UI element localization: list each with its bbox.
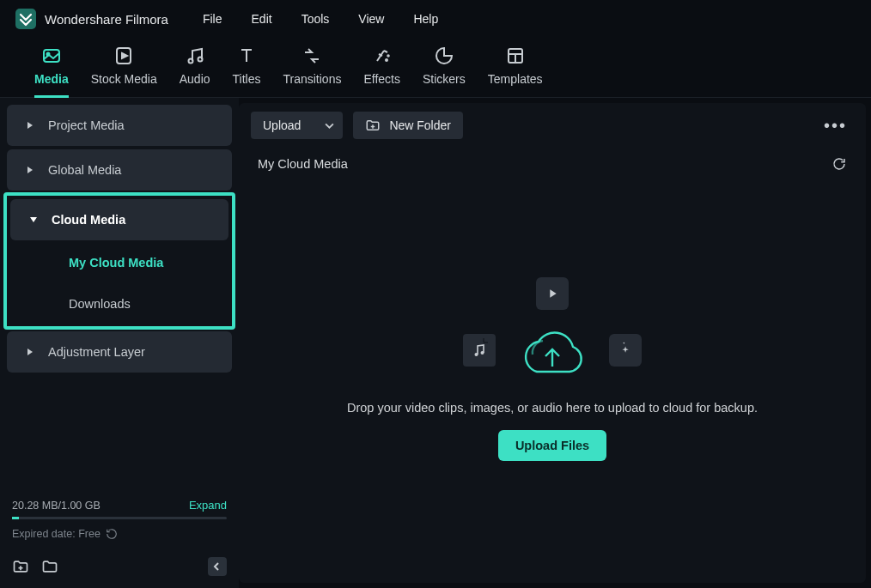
sidebar-label-global-media: Global Media xyxy=(48,163,121,177)
tab-stock-label: Stock Media xyxy=(91,72,157,86)
tab-templates[interactable]: Templates xyxy=(488,45,543,97)
svg-point-6 xyxy=(386,59,387,61)
chevron-down-icon xyxy=(325,121,334,130)
tab-stickers[interactable]: Stickers xyxy=(423,45,466,97)
tab-titles[interactable]: Titles xyxy=(233,45,261,97)
tab-audio-label: Audio xyxy=(180,72,210,86)
new-folder-button[interactable]: New Folder xyxy=(353,112,463,139)
svg-point-5 xyxy=(198,58,202,62)
storage-info: 20.28 MB/1.00 GB Expand Expired date: Fr… xyxy=(12,499,227,545)
tab-stickers-label: Stickers xyxy=(423,72,466,86)
refresh-icon[interactable] xyxy=(106,528,118,540)
sidebar-item-adjustment-layer[interactable]: Adjustment Layer xyxy=(7,331,232,373)
svg-point-21 xyxy=(481,351,484,355)
sparkle-tile-icon xyxy=(609,334,642,367)
more-button[interactable]: ••• xyxy=(817,112,854,139)
sidebar: Project Media Global Media Cloud Media M… xyxy=(0,98,239,588)
chevron-right-icon xyxy=(26,121,34,130)
svg-marker-11 xyxy=(27,122,33,129)
tab-stock-media[interactable]: Stock Media xyxy=(91,45,157,97)
new-folder-label: New Folder xyxy=(389,118,451,132)
folder-plus-icon xyxy=(365,118,381,133)
svg-marker-13 xyxy=(30,217,37,222)
upload-label: Upload xyxy=(263,118,301,132)
media-icon xyxy=(40,45,63,67)
sidebar-item-global-media[interactable]: Global Media xyxy=(7,149,232,191)
cloud-upload-icon xyxy=(513,324,592,385)
storage-progress xyxy=(12,517,227,519)
app-title: Wondershare Filmora xyxy=(45,12,168,27)
chevron-right-icon xyxy=(26,348,34,356)
storage-expand-link[interactable]: Expand xyxy=(189,499,227,512)
svg-point-7 xyxy=(387,55,389,57)
svg-marker-14 xyxy=(27,349,33,355)
drop-zone-text: Drop your video clips, images, or audio … xyxy=(347,401,758,415)
stock-media-icon xyxy=(113,45,135,67)
tab-templates-label: Templates xyxy=(488,72,543,86)
tab-transitions[interactable]: Transitions xyxy=(283,45,341,97)
tab-audio[interactable]: Audio xyxy=(180,45,210,97)
stickers-icon xyxy=(433,45,455,67)
menu-tools[interactable]: Tools xyxy=(302,12,330,26)
svg-point-20 xyxy=(475,353,478,356)
titles-icon xyxy=(235,45,258,67)
effects-icon xyxy=(371,45,393,67)
tab-effects-label: Effects xyxy=(363,72,400,86)
main-toolbar: Upload New Folder ••• xyxy=(239,103,866,148)
tab-media-label: Media xyxy=(34,72,69,86)
storage-usage-text: 20.28 MB/1.00 GB xyxy=(12,500,100,512)
svg-marker-19 xyxy=(550,289,556,297)
menu-view[interactable]: View xyxy=(358,12,384,26)
sidebar-footer xyxy=(0,545,239,588)
section-title: My Cloud Media xyxy=(258,157,348,171)
svg-point-4 xyxy=(188,59,192,64)
tab-transitions-label: Transitions xyxy=(283,72,341,86)
video-tile-icon xyxy=(536,277,569,310)
sidebar-sub-my-cloud-media[interactable]: My Cloud Media xyxy=(7,242,232,283)
tabstrip: Media Stock Media Audio Titles Transitio… xyxy=(0,38,871,98)
main-panel: Upload New Folder ••• My Cloud Media xyxy=(239,103,866,583)
sidebar-sub-downloads[interactable]: Downloads xyxy=(7,283,232,324)
music-file-icon xyxy=(463,334,496,367)
chevron-down-icon xyxy=(29,215,38,224)
sidebar-label-cloud-media: Cloud Media xyxy=(52,213,125,227)
transitions-icon xyxy=(301,45,323,67)
sidebar-label-project-media: Project Media xyxy=(48,118,125,132)
menu-help[interactable]: Help xyxy=(413,12,438,26)
sidebar-collapse-button[interactable] xyxy=(208,557,227,576)
sidebar-label-my-cloud: My Cloud Media xyxy=(69,256,163,270)
upload-dropdown[interactable]: Upload xyxy=(251,112,343,139)
app-logo-icon xyxy=(15,9,36,29)
drop-zone[interactable]: Drop your video clips, images, or audio … xyxy=(239,175,866,583)
titlebar: Wondershare Filmora File Edit Tools View… xyxy=(0,0,871,38)
audio-icon xyxy=(184,45,206,67)
upload-files-button[interactable]: Upload Files xyxy=(498,430,606,461)
svg-marker-3 xyxy=(122,53,127,58)
sidebar-label-downloads: Downloads xyxy=(69,297,131,311)
tab-titles-label: Titles xyxy=(233,72,261,86)
storage-expired-text: Expired date: Free xyxy=(12,528,100,540)
templates-icon xyxy=(504,45,527,67)
menu-file[interactable]: File xyxy=(203,12,222,26)
highlight-cloud-media: Cloud Media My Cloud Media Downloads xyxy=(3,192,235,330)
tab-effects[interactable]: Effects xyxy=(363,45,400,97)
sidebar-item-cloud-media[interactable]: Cloud Media xyxy=(10,199,228,240)
refresh-button[interactable] xyxy=(831,156,847,172)
menu-edit[interactable]: Edit xyxy=(252,12,272,26)
menubar: File Edit Tools View Help xyxy=(203,12,438,26)
svg-marker-12 xyxy=(27,167,33,173)
new-folder-icon[interactable] xyxy=(12,558,29,575)
sidebar-item-project-media[interactable]: Project Media xyxy=(7,105,232,146)
sidebar-label-adjustment: Adjustment Layer xyxy=(48,345,145,359)
folder-icon[interactable] xyxy=(41,558,58,575)
tab-media[interactable]: Media xyxy=(34,45,69,98)
chevron-right-icon xyxy=(26,166,34,174)
section-header: My Cloud Media xyxy=(239,148,866,175)
